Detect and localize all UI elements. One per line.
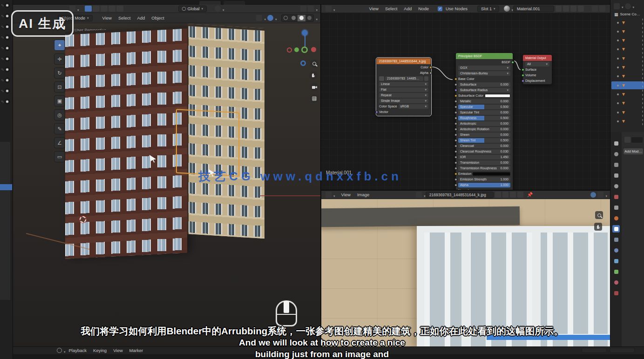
param-slider[interactable]: Transmission Roughness0.000 bbox=[458, 166, 510, 171]
dropdown-single-image[interactable]: Single Image▾ bbox=[379, 99, 428, 103]
dropdown-row[interactable]: Christensen-Burley▾ bbox=[458, 71, 510, 76]
select-box-icon[interactable] bbox=[93, 6, 100, 12]
bsdf-param-clearcoat-roughness[interactable]: Clearcoat Roughness0.030 bbox=[458, 149, 510, 154]
dropdown-christensen-burley[interactable]: Christensen-Burley▾ bbox=[458, 71, 510, 76]
shading-caret[interactable] bbox=[314, 14, 318, 22]
input-socket[interactable] bbox=[454, 78, 457, 80]
proportional-caret[interactable] bbox=[273, 14, 277, 22]
bsdf-param-sheen[interactable]: Sheen0.000 bbox=[458, 133, 510, 138]
input-socket[interactable] bbox=[454, 83, 457, 86]
circle-icon[interactable] bbox=[5, 100, 9, 104]
properties-tab-3[interactable] bbox=[612, 172, 620, 179]
bsdf-param-transmission[interactable]: Transmission0.000 bbox=[458, 160, 510, 166]
dropdown-row[interactable]: Repeat▾ bbox=[379, 93, 428, 98]
camera-view-icon[interactable] bbox=[310, 83, 319, 91]
properties-tab-13[interactable] bbox=[612, 279, 620, 286]
input-socket[interactable] bbox=[454, 161, 457, 164]
outliner-item[interactable]: ▼ bbox=[611, 117, 644, 125]
param-slider[interactable]: Metallic0.000 bbox=[458, 99, 510, 104]
menu-item-add[interactable]: Add bbox=[134, 15, 148, 20]
image-texture-node-title[interactable]: 2169369783_1448531644_k.jpg bbox=[377, 58, 431, 64]
bsdf-param-specular[interactable]: Specular0.500 bbox=[458, 105, 510, 110]
param-slider[interactable]: Sheen0.000 bbox=[458, 133, 510, 137]
disclosure-dot[interactable] bbox=[617, 112, 619, 113]
workspace-tab[interactable] bbox=[199, 1, 221, 5]
unlink-image-button[interactable] bbox=[424, 76, 428, 81]
dropdown-row[interactable]: Flat▾ bbox=[379, 87, 428, 93]
disclosure-dot[interactable] bbox=[617, 93, 619, 95]
workspace-tab[interactable] bbox=[224, 1, 245, 5]
properties-tab-1[interactable] bbox=[612, 150, 620, 158]
pivot-caret[interactable] bbox=[221, 5, 224, 13]
param-slider[interactable]: Specular0.500 bbox=[458, 105, 510, 109]
input-socket[interactable] bbox=[454, 184, 457, 186]
disclosure-dot[interactable] bbox=[617, 58, 619, 60]
param-slider[interactable]: Transmission0.000 bbox=[458, 160, 510, 165]
toolbar-tool-button-4[interactable]: ▣ bbox=[54, 95, 65, 106]
circle-icon[interactable] bbox=[5, 3, 9, 7]
param-slider[interactable]: Clearcoat Roughness0.030 bbox=[458, 149, 510, 154]
ortho-grid-icon[interactable] bbox=[310, 94, 319, 103]
bsdf-param-transmission-roughness[interactable]: Transmission Roughness0.000 bbox=[458, 166, 510, 171]
gizmo-y-neg[interactable] bbox=[294, 47, 299, 52]
circle-icon[interactable] bbox=[5, 25, 9, 29]
param-slider[interactable]: Alpha1.000 bbox=[458, 183, 510, 187]
image-users-button[interactable] bbox=[495, 192, 501, 198]
disclosure-dot[interactable] bbox=[617, 48, 619, 50]
param-slider[interactable]: Subsurface0.000 bbox=[458, 82, 510, 87]
dropdown-repeat[interactable]: Repeat▾ bbox=[379, 93, 428, 98]
bsdf-param-anisotropic[interactable]: Anisotropic0.000 bbox=[458, 121, 510, 126]
select-lasso-icon[interactable] bbox=[108, 6, 115, 12]
input-socket[interactable] bbox=[454, 178, 457, 181]
input-socket[interactable] bbox=[454, 94, 457, 97]
output-target-row[interactable]: All▾ bbox=[525, 62, 549, 67]
bsdf-output-socket[interactable] bbox=[511, 61, 514, 64]
outliner-item[interactable]: ▼ bbox=[611, 19, 644, 27]
pan-hand-icon[interactable] bbox=[594, 223, 602, 231]
outliner-item[interactable]: ▼ bbox=[611, 90, 644, 98]
disclosure-dot[interactable] bbox=[617, 66, 619, 68]
bsdf-param-emission[interactable]: Emission bbox=[458, 172, 510, 177]
toolbar-tool-button-5[interactable]: ◎ bbox=[54, 109, 65, 120]
outliner-item[interactable]: ▼ bbox=[611, 81, 644, 89]
image-settings-caret[interactable] bbox=[603, 191, 607, 199]
display-mode-icon[interactable] bbox=[625, 3, 631, 9]
unlink-image-button[interactable] bbox=[517, 192, 523, 198]
gizmo-y-axis[interactable] bbox=[301, 47, 308, 53]
toolbar-tool-button-1[interactable]: ✛ bbox=[54, 53, 65, 65]
properties-tab-12[interactable] bbox=[612, 268, 620, 275]
toolbar-tool-button-2[interactable]: ↻ bbox=[54, 67, 65, 79]
circle-icon[interactable] bbox=[5, 14, 9, 18]
bsdf-param-sheen-tint[interactable]: Sheen Tint0.500 bbox=[458, 138, 510, 143]
overlays-toggle-icon[interactable] bbox=[308, 6, 314, 12]
select-mode-icon[interactable] bbox=[116, 6, 123, 12]
output-node-title[interactable]: Material Output bbox=[523, 55, 552, 61]
param-dropdown[interactable]: Subsurface Radius▾ bbox=[458, 88, 510, 93]
input-socket[interactable] bbox=[454, 150, 457, 153]
circle-icon[interactable] bbox=[5, 67, 9, 72]
circle-icon[interactable] bbox=[5, 78, 9, 82]
image-name-field[interactable]: 2169369783_1448531644_k.jpg bbox=[426, 192, 494, 198]
outliner-item[interactable]: ▼ bbox=[611, 108, 644, 116]
gizmo-x-axis[interactable] bbox=[311, 47, 316, 52]
input-socket[interactable] bbox=[454, 133, 457, 136]
principled-node-title[interactable]: Principled BSDF bbox=[456, 53, 513, 59]
input-socket[interactable] bbox=[454, 122, 457, 125]
input-socket[interactable] bbox=[454, 100, 457, 103]
dropdown-flat[interactable]: Flat▾ bbox=[379, 87, 428, 92]
bsdf-param-base-color[interactable]: Base Color bbox=[458, 77, 510, 82]
outliner-item[interactable]: ▼ bbox=[611, 27, 644, 35]
bsdf-param-alpha[interactable]: Alpha1.000 bbox=[458, 183, 510, 188]
outliner-scroll-dashes[interactable] bbox=[642, 19, 643, 126]
input-socket[interactable] bbox=[454, 117, 457, 120]
bsdf-param-roughness[interactable]: Roughness0.500 bbox=[458, 116, 510, 121]
input-socket[interactable] bbox=[454, 156, 457, 159]
shading-rendered-button[interactable] bbox=[305, 15, 313, 21]
image-browse-caret[interactable] bbox=[422, 191, 426, 199]
outliner-item[interactable]: ▼ bbox=[611, 37, 644, 45]
add-modifier-button[interactable]: Add Mod… bbox=[623, 148, 644, 155]
filter-icon[interactable] bbox=[614, 3, 620, 9]
circle-icon[interactable] bbox=[5, 57, 9, 61]
dropdown-row[interactable]: Linear▾ bbox=[379, 82, 428, 87]
dropdown-row[interactable]: Single Image▾ bbox=[379, 99, 428, 104]
